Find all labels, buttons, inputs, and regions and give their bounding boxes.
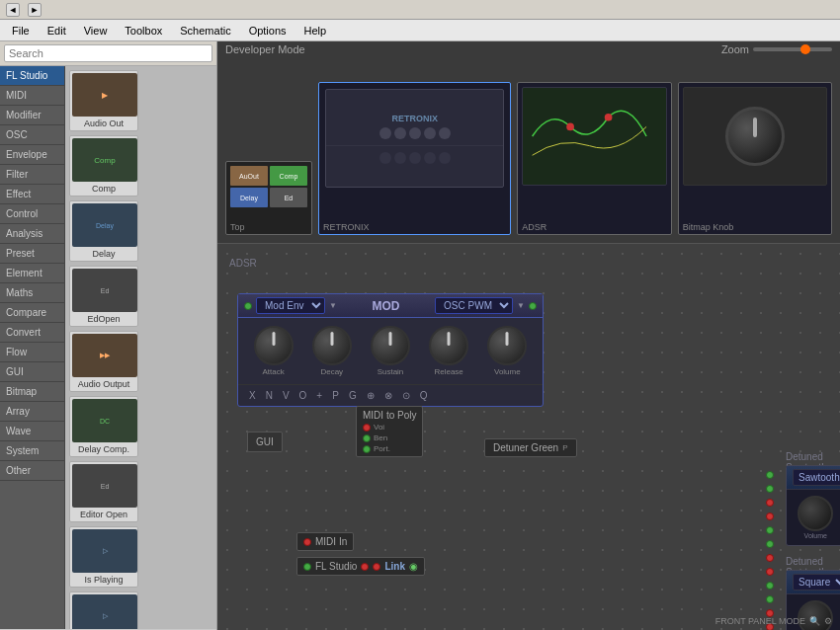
module-delay[interactable]: Delay Delay xyxy=(69,200,138,262)
mini-map-top[interactable]: AuOut Comp Delay Ed Top xyxy=(225,161,312,235)
midi-in-conn[interactable] xyxy=(303,538,311,546)
midi-in-label: MIDI In xyxy=(315,536,347,547)
cat-compare[interactable]: Compare xyxy=(0,303,64,323)
side-dot-7[interactable] xyxy=(766,554,774,562)
prev-btn[interactable]: ◄ xyxy=(6,3,20,17)
module-editor-open[interactable]: Ed Editor Open xyxy=(69,461,138,522)
cat-fl-studio[interactable]: FL Studio xyxy=(0,66,64,86)
side-dot-10[interactable] xyxy=(766,595,774,603)
cat-other[interactable]: Other xyxy=(0,461,64,481)
side-dot-3[interactable] xyxy=(766,499,774,507)
mod-left-conn[interactable] xyxy=(244,302,252,310)
zoom-slider[interactable] xyxy=(753,47,832,51)
icon-plus[interactable]: + xyxy=(313,389,325,402)
canvas-area[interactable]: ADSR Mod Env ▼ MOD OSC PWM ▼ xyxy=(217,244,840,630)
gui-module[interactable]: GUI xyxy=(247,432,283,452)
icon-o[interactable]: O xyxy=(296,389,310,402)
cat-effect[interactable]: Effect xyxy=(0,185,64,204)
mini-map-retronix[interactable]: RETRONIX xyxy=(318,82,511,235)
cat-maths[interactable]: Maths xyxy=(0,283,64,303)
front-panel-search-icon[interactable]: 🔍 xyxy=(809,616,820,626)
cat-bitmap[interactable]: Bitmap xyxy=(0,382,64,402)
icon-p[interactable]: P xyxy=(329,389,342,402)
side-dot-4[interactable] xyxy=(766,512,774,520)
cat-convert[interactable]: Convert xyxy=(0,323,64,343)
search-input[interactable] xyxy=(4,44,212,62)
poly-conn-3[interactable] xyxy=(363,445,371,453)
knob-sustain-control[interactable] xyxy=(371,326,410,365)
menu-schematic[interactable]: Schematic xyxy=(172,23,238,39)
vco1-wave-select[interactable]: Sawtooth xyxy=(793,469,840,486)
knob-decay-control[interactable] xyxy=(312,326,352,365)
icon-v[interactable]: V xyxy=(280,389,293,402)
vco2-wave-select[interactable]: Square xyxy=(793,574,840,591)
cat-system[interactable]: System xyxy=(0,441,64,461)
fl-studio-module[interactable]: FL Studio Link ◉ xyxy=(296,557,425,576)
svg-point-0 xyxy=(567,123,575,131)
cat-gui[interactable]: GUI xyxy=(0,362,64,382)
menu-edit[interactable]: Edit xyxy=(40,23,74,39)
mini-map-bitmap[interactable]: Bitmap Knob xyxy=(678,82,832,235)
module-audio-out[interactable]: ▶ Audio Out xyxy=(69,70,138,131)
module-is-playing-1[interactable]: ▷ Is Playing xyxy=(69,526,138,588)
icon-circle-dot[interactable]: ⊙ xyxy=(399,389,413,402)
mini-map-adsr[interactable]: ADSR xyxy=(517,82,671,235)
side-dot-5[interactable] xyxy=(766,526,774,534)
menu-help[interactable]: Help xyxy=(296,23,335,39)
side-dot-9[interactable] xyxy=(766,582,774,590)
knob-release-control[interactable] xyxy=(429,326,468,365)
fl-studio-conn-in[interactable] xyxy=(303,563,311,571)
cat-filter[interactable]: Filter xyxy=(0,165,64,185)
side-dots-left xyxy=(766,471,774,630)
cat-control[interactable]: Control xyxy=(0,204,64,224)
fl-studio-conn-link[interactable] xyxy=(373,563,380,571)
icon-q[interactable]: Q xyxy=(417,389,431,402)
module-audio-output[interactable]: ▶▶ Audio Output xyxy=(69,331,138,392)
next-btn[interactable]: ► xyxy=(28,3,42,17)
module-is-playing-2[interactable]: ▷ Is Playing xyxy=(69,591,138,629)
cat-wave[interactable]: Wave xyxy=(0,422,64,441)
module-delay-comp[interactable]: DC Delay Comp. xyxy=(69,396,138,457)
cat-osc[interactable]: OSC xyxy=(0,125,64,145)
midi-to-poly-module[interactable]: MIDI to Poly Voi Ben Port. xyxy=(356,406,423,457)
cat-modifier[interactable]: Modifier xyxy=(0,106,64,125)
cat-array[interactable]: Array xyxy=(0,402,64,422)
mod-left-selector[interactable]: Mod Env xyxy=(256,297,325,314)
zoom-thumb[interactable] xyxy=(800,44,810,54)
adsr-label: ADSR xyxy=(229,258,257,269)
cat-preset[interactable]: Preset xyxy=(0,244,64,264)
poly-conn-1[interactable] xyxy=(363,424,371,432)
side-dot-1[interactable] xyxy=(766,471,774,479)
mod-right-selector[interactable]: OSC PWM xyxy=(435,297,513,314)
front-panel-label: FRONT PANEL MODE 🔍 ⚙ xyxy=(715,616,832,626)
side-dot-8[interactable] xyxy=(766,568,774,576)
icon-circle-plus[interactable]: ⊕ xyxy=(364,389,378,402)
menu-file[interactable]: File xyxy=(4,23,38,39)
cat-element[interactable]: Element xyxy=(0,264,64,283)
knob-attack-control[interactable] xyxy=(254,326,294,365)
fl-studio-conn-out[interactable] xyxy=(361,563,369,571)
front-panel-settings-icon[interactable]: ⚙ xyxy=(824,616,832,626)
icon-x[interactable]: X xyxy=(246,389,259,402)
poly-conn-2[interactable] xyxy=(363,434,371,442)
icon-g[interactable]: G xyxy=(346,389,360,402)
menu-toolbox[interactable]: Toolbox xyxy=(117,23,170,39)
side-dot-6[interactable] xyxy=(766,540,774,548)
module-comp[interactable]: Comp Comp xyxy=(69,135,138,197)
module-edopen[interactable]: Ed EdOpen xyxy=(69,266,138,327)
cat-flow[interactable]: Flow xyxy=(0,343,64,362)
side-dot-2[interactable] xyxy=(766,485,774,493)
cat-analysis[interactable]: Analysis xyxy=(0,224,64,244)
cat-envelope[interactable]: Envelope xyxy=(0,145,64,165)
icon-n[interactable]: N xyxy=(263,389,276,402)
menu-options[interactable]: Options xyxy=(241,23,294,39)
knob-volume-control[interactable] xyxy=(487,326,527,365)
icon-circle-x[interactable]: ⊗ xyxy=(381,389,395,402)
zoom-label: Zoom xyxy=(721,43,749,55)
detuner-module[interactable]: Detuner Green P xyxy=(484,438,577,457)
vco1-knob-volume-control[interactable] xyxy=(798,496,833,531)
midi-in-module[interactable]: MIDI In xyxy=(296,532,354,551)
menu-view[interactable]: View xyxy=(76,23,116,39)
cat-midi[interactable]: MIDI xyxy=(0,86,64,106)
mod-right-conn[interactable] xyxy=(529,302,537,310)
